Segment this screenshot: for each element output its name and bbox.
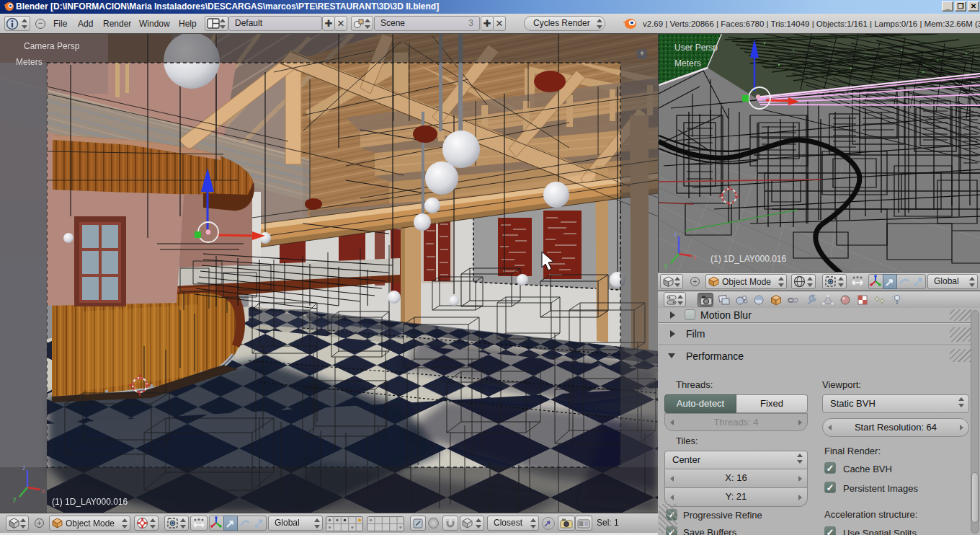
svg-text:(1) 1D_LAY000.016: (1) 1D_LAY000.016 (52, 497, 128, 507)
svg-text:z: z (22, 464, 26, 472)
svg-text:(1) 1D_LAY000.016: (1) 1D_LAY000.016 (710, 254, 787, 264)
svg-text:z: z (674, 231, 677, 238)
svg-text:User Persp: User Persp (674, 43, 718, 53)
svg-text:Camera Persp: Camera Persp (24, 41, 80, 51)
svg-text:Meters: Meters (16, 57, 43, 67)
svg-text:y: y (664, 262, 668, 269)
svg-text:x: x (693, 254, 697, 261)
svg-text:x: x (42, 487, 45, 495)
svg-text:Meters: Meters (674, 58, 701, 68)
svg-text:y: y (13, 495, 17, 503)
